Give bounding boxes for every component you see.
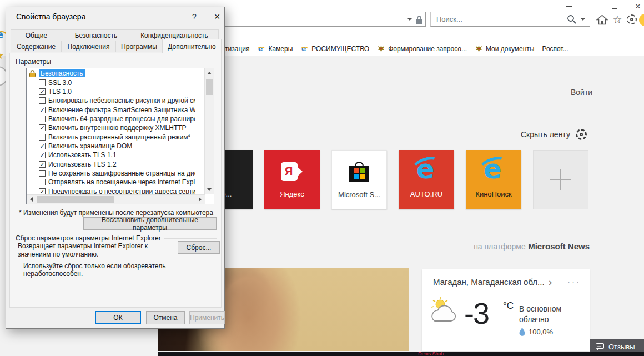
option-row[interactable]: ✓Использовать TLS 1.1: [27, 151, 195, 159]
more-options-icon[interactable]: ···: [567, 277, 581, 287]
option-checkbox[interactable]: [39, 97, 46, 104]
option-checkbox[interactable]: [39, 179, 46, 185]
option-checkbox[interactable]: ✓: [39, 161, 46, 168]
vertical-scrollbar[interactable]: [204, 68, 214, 194]
vertical-scroll-thumb[interactable]: [206, 79, 213, 95]
eagle-icon: [475, 45, 483, 53]
hide-feed-control[interactable]: Скрыть ленту: [521, 129, 587, 140]
search-dropdown-icon[interactable]: [581, 18, 585, 21]
tab-содержание[interactable]: Содержание: [11, 41, 62, 52]
feed-gear-icon[interactable]: [576, 129, 587, 140]
option-label: SSL 3.0: [48, 79, 72, 87]
option-row[interactable]: SSL 3.0: [27, 78, 195, 87]
reset-button[interactable]: Сброс...: [178, 241, 220, 254]
scroll-down-icon[interactable]: [207, 188, 212, 191]
chevron-right-icon[interactable]: ›: [549, 277, 552, 287]
favorites-bar-item[interactable]: тизация: [225, 45, 249, 53]
microsoft-store-icon: [349, 162, 369, 183]
option-checkbox[interactable]: ✓: [39, 143, 46, 149]
tab-общие[interactable]: Общие: [11, 29, 62, 41]
favorites-bar-item[interactable]: Мои документы: [475, 45, 534, 53]
feedback-smiley-icon[interactable]: [639, 14, 644, 26]
horizontal-scrollbar[interactable]: [27, 194, 205, 204]
settings-button[interactable]: [625, 13, 638, 26]
tab-подключения[interactable]: Подключения: [61, 41, 116, 52]
weather-location[interactable]: Магадан, Магаданская обл...: [433, 277, 544, 287]
speed-dial-tiles: во...ЯЯндексMicrosoft S...eAUTO.RUeКиноП…: [197, 150, 588, 209]
dialog-title: Свойства браузера: [16, 12, 85, 21]
tile-кинопоиск[interactable]: eКиноПоиск: [466, 150, 521, 209]
option-row[interactable]: Отправлять на посещаемые через Internet …: [27, 178, 195, 187]
favorites-bar-item[interactable]: eКамеры: [257, 45, 293, 53]
window-close-button[interactable]: ✕: [630, 0, 644, 12]
weather-condition: В основном облачно: [519, 304, 583, 325]
option-checkbox[interactable]: ✓: [39, 152, 46, 158]
option-label: Включить расширенный защищенный режим*: [48, 133, 190, 141]
add-tile-icon: [550, 169, 571, 190]
option-checkbox[interactable]: [39, 116, 46, 122]
favorites-bar: тизацияeКамерыeРОСИМУЩЕСТВОФормирование …: [225, 42, 568, 56]
apply-button[interactable]: Применить: [189, 311, 225, 324]
favorites-bar-item[interactable]: Роспот...: [542, 45, 568, 53]
scroll-right-icon[interactable]: [199, 197, 202, 202]
cancel-button[interactable]: Отмена: [146, 311, 185, 324]
tile-auto-ru[interactable]: eAUTO.RU: [399, 150, 454, 209]
ie-logo-icon: e: [478, 157, 509, 187]
tab-безопасность[interactable]: Безопасность: [62, 29, 130, 41]
maximize-icon: [612, 4, 617, 9]
option-row[interactable]: ✓Включить хранилище DOM: [27, 142, 195, 151]
option-row[interactable]: Включить расширенный защищенный режим*: [27, 132, 195, 141]
option-checkbox[interactable]: ✓: [39, 188, 46, 195]
dialog-help-button[interactable]: ?: [187, 10, 202, 23]
option-checkbox[interactable]: ✓: [39, 124, 46, 131]
scroll-up-icon[interactable]: [207, 72, 212, 74]
option-row[interactable]: ✓TLS 1.0: [27, 87, 195, 96]
settings-rows: БезопасностьSSL 3.0✓TLS 1.0Блокировать н…: [27, 69, 195, 195]
option-checkbox[interactable]: ✓: [39, 107, 46, 113]
favorites-bar-item[interactable]: Формирование запросо...: [377, 45, 467, 53]
chat-icon: [596, 343, 604, 350]
restore-advanced-button[interactable]: Восстановить дополнительные параметры: [83, 217, 217, 230]
weather-card[interactable]: Магадан, Магаданская обл... › ··· -3 °C …: [422, 269, 590, 351]
tab-дополнительно[interactable]: Дополнительно: [162, 39, 222, 53]
screen: ✕ Поиск... ☆ тизацияeКамерыeРОСИМУЩЕСТВО…: [0, 0, 644, 356]
search-icon[interactable]: [567, 14, 576, 24]
option-row[interactable]: ✓Предупреждать о несоответствии адреса с…: [27, 187, 195, 195]
tile--[interactable]: [533, 150, 588, 209]
option-checkbox[interactable]: ✓: [39, 88, 46, 95]
tab-label: Дополнительно: [168, 43, 215, 51]
option-checkbox[interactable]: [39, 79, 46, 86]
address-dropdown-icon[interactable]: [407, 18, 412, 21]
svg-text:e: e: [258, 45, 263, 53]
tile-label: Microsoft S...: [334, 190, 384, 199]
ie-favicon: e: [300, 45, 309, 53]
option-row[interactable]: ✓Использовать TLS 1.2: [27, 159, 195, 168]
option-checkbox[interactable]: [39, 134, 46, 141]
favorites-bar-item[interactable]: eРОСИМУЩЕСТВО: [300, 45, 369, 53]
home-button[interactable]: [595, 13, 608, 26]
window-maximize-button[interactable]: [606, 0, 623, 12]
favorites-button[interactable]: ☆: [611, 13, 624, 26]
search-input[interactable]: Поиск...: [430, 12, 590, 27]
tab-программы[interactable]: Программы: [115, 41, 163, 52]
settings-listbox[interactable]: БезопасностьSSL 3.0✓TLS 1.0Блокировать н…: [26, 68, 214, 204]
favorite-label: Роспот...: [542, 45, 568, 53]
option-checkbox[interactable]: [39, 170, 46, 177]
horizontal-scroll-thumb[interactable]: [37, 196, 114, 203]
option-row[interactable]: ✓Включение фильтра SmartScreen Защитника…: [27, 105, 195, 114]
option-row[interactable]: Не сохранять зашифрованные страницы на д…: [27, 169, 195, 178]
option-row[interactable]: Включить 64-разрядные процессы для расши…: [27, 114, 195, 123]
option-group-row[interactable]: Безопасность: [27, 69, 195, 78]
option-row[interactable]: ✓Включить внутреннюю поддержку XMLHTTP: [27, 123, 195, 132]
reset-description: Возвращает параметры Internet Explorer к…: [18, 242, 174, 259]
sign-in-link[interactable]: Войти: [571, 88, 592, 97]
window-minimize-button[interactable]: [561, 0, 577, 12]
tile-microsoft-s-[interactable]: Microsoft S...: [331, 150, 387, 209]
scroll-left-icon[interactable]: [30, 197, 33, 202]
ok-button[interactable]: ОК: [95, 311, 141, 324]
weather-temperature: -3: [464, 296, 489, 330]
dialog-close-button[interactable]: ✕: [209, 10, 225, 23]
option-row[interactable]: Блокировать небезопасные рисунки и друго…: [27, 96, 195, 105]
option-label: Использовать TLS 1.1: [48, 151, 117, 159]
tile-яндекс[interactable]: ЯЯндекс: [264, 150, 320, 209]
